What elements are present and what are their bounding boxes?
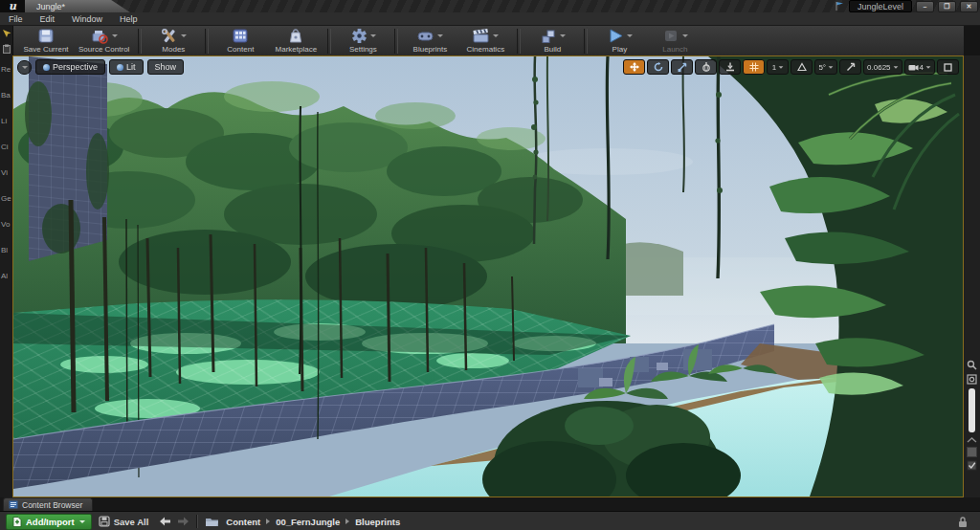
breadcrumb-blueprints[interactable]: Blueprints: [355, 517, 400, 527]
place-actors-tab-allclasses[interactable]: Al: [0, 272, 13, 280]
source-control-button[interactable]: Source Control: [74, 27, 134, 55]
camera-speed-button[interactable]: 4: [904, 59, 935, 75]
clipboard-icon: [2, 44, 11, 54]
settings-gear-icon: [350, 28, 368, 44]
current-level-badge: JungleLevel: [849, 0, 912, 12]
place-actors-tab-cinematic[interactable]: Ci: [0, 143, 13, 151]
back-arrow-icon[interactable]: [159, 517, 171, 526]
menu-file[interactable]: File: [0, 14, 32, 24]
surface-snap-icon: [725, 62, 735, 72]
save-current-button[interactable]: Save Current: [18, 27, 74, 55]
view-mode-button[interactable]: Lit: [109, 59, 144, 75]
viewport-topleft-controls: Perspective Lit Show: [17, 59, 184, 75]
cinematics-button[interactable]: Cinematics: [457, 27, 513, 55]
surface-snap-button[interactable]: [719, 59, 741, 75]
level-tab[interactable]: Jungle*: [25, 0, 130, 12]
caret-icon: [493, 34, 499, 37]
scale-icon: [678, 62, 687, 72]
caret-icon: [181, 34, 187, 37]
menu-edit[interactable]: Edit: [32, 14, 64, 24]
camera-icon: [908, 63, 919, 72]
content-button[interactable]: Content: [212, 27, 268, 55]
close-button[interactable]: ✕: [960, 1, 978, 12]
caret-icon: [893, 66, 898, 68]
scale-snap-icon: [846, 62, 856, 72]
separator: [196, 515, 198, 528]
toolbar-separator: [394, 29, 398, 54]
viewport-toolbar: 1 5° 0.0625 4: [623, 59, 959, 75]
magnifier-document-icon[interactable]: [967, 374, 977, 385]
place-actors-tab-lights[interactable]: Li: [0, 117, 13, 125]
checkbox-icon[interactable]: [967, 460, 977, 471]
gridded-tower: [25, 56, 109, 261]
toolbar-separator: [584, 29, 588, 54]
toolbar-separator: [205, 29, 209, 54]
rotate-tool-button[interactable]: [647, 59, 669, 75]
place-actors-tab-blueprint[interactable]: Bl: [0, 246, 13, 254]
breadcrumb-content[interactable]: Content: [226, 517, 260, 527]
caret-icon: [370, 34, 376, 37]
place-actors-tab-geometry[interactable]: Ge: [0, 194, 13, 203]
panel-scrollbar[interactable]: [969, 388, 975, 432]
chevron-icon[interactable]: [967, 436, 977, 444]
scale-tool-button[interactable]: [671, 59, 693, 75]
marketplace-button[interactable]: Marketplace: [268, 27, 323, 55]
toolbar-separator: [327, 29, 331, 54]
content-browser-tab-icon: [9, 500, 18, 509]
caret-icon: [682, 34, 688, 37]
marketplace-icon: [288, 28, 303, 44]
build-icon: [540, 28, 557, 44]
content-browser-tab[interactable]: Content Browser: [3, 497, 93, 511]
add-import-button[interactable]: Add/Import: [6, 514, 92, 530]
grid-size-button[interactable]: 1: [767, 59, 789, 75]
blueprints-button[interactable]: Blueprints: [402, 27, 457, 55]
add-import-icon: [12, 517, 22, 527]
folder-icon: [205, 517, 219, 527]
launch-button[interactable]: Launch: [647, 27, 702, 55]
lock-icon[interactable]: [957, 516, 969, 528]
camera-mode-button[interactable]: Perspective: [35, 59, 105, 75]
caret-icon: [437, 34, 443, 37]
rotation-snap-button[interactable]: [791, 59, 813, 75]
scale-snap-value-button[interactable]: 0.0625: [863, 59, 902, 75]
breadcrumb-fernjungle[interactable]: 00_FernJungle: [276, 517, 340, 527]
play-icon: [607, 28, 624, 44]
forward-arrow-icon[interactable]: [177, 517, 189, 526]
bottom-tab-row: Content Browser: [0, 497, 980, 511]
minimize-button[interactable]: –: [916, 1, 934, 12]
menu-help[interactable]: Help: [111, 14, 146, 24]
magnifier-icon[interactable]: [967, 360, 977, 370]
save-all-icon: [99, 516, 110, 527]
breadcrumb: Content 00_FernJungle Blueprints: [226, 517, 400, 527]
caret-icon: [560, 34, 566, 37]
place-actors-tab-recently[interactable]: Re: [0, 65, 13, 74]
rotation-snap-value-button[interactable]: 5°: [814, 59, 837, 75]
place-actors-tab-volumes[interactable]: Vo: [0, 220, 13, 229]
scale-snap-button[interactable]: [839, 59, 861, 75]
coordinate-system-button[interactable]: [695, 59, 717, 75]
play-button[interactable]: Play: [591, 27, 647, 55]
breadcrumb-separator-icon: [345, 519, 349, 524]
save-all-button[interactable]: Save All: [99, 516, 149, 527]
menu-window[interactable]: Window: [63, 14, 111, 24]
place-actors-tab-basic[interactable]: Ba: [0, 91, 13, 99]
place-actors-tab-visual[interactable]: Vi: [0, 168, 13, 177]
show-flags-button[interactable]: Show: [147, 59, 185, 75]
menu-bar: File Edit Window Help: [0, 12, 980, 26]
maximize-icon: [944, 63, 952, 72]
place-actors-strip: Re Ba Li Ci Vi Ge Vo Bl Al: [0, 26, 13, 497]
caret-icon: [627, 34, 633, 37]
panel-square-icon[interactable]: [967, 447, 977, 457]
modes-button[interactable]: Modes: [145, 27, 201, 55]
maximize-viewport-button[interactable]: [937, 59, 959, 75]
maximize-button[interactable]: ❒: [938, 1, 956, 12]
modes-icon: [160, 28, 178, 44]
settings-button[interactable]: Settings: [335, 27, 390, 55]
flag-icon: [834, 1, 845, 11]
move-tool-button[interactable]: [623, 59, 645, 75]
perspective-icon: [43, 64, 50, 71]
build-button[interactable]: Build: [524, 27, 580, 55]
viewport-options-dropdown[interactable]: [17, 60, 32, 75]
grid-snap-button[interactable]: [743, 59, 765, 75]
level-viewport[interactable]: Perspective Lit Show 1: [12, 55, 964, 497]
